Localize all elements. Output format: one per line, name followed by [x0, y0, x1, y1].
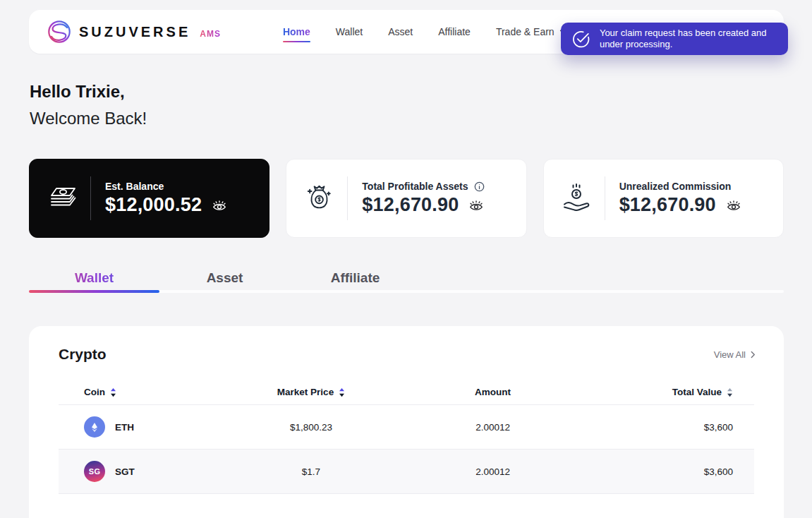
total-value-cell: $3,600: [603, 422, 733, 433]
table-row-eth[interactable]: ETH $1,800.23 2.00012 $3,600: [59, 405, 754, 450]
brand-suffix: AMS: [200, 29, 221, 39]
sgt-coin-icon: SG: [84, 461, 105, 482]
column-label: Coin: [84, 387, 105, 397]
card-divider: [90, 176, 91, 220]
brand-name: SUZUVERSE: [79, 24, 190, 40]
eye-icon[interactable]: [468, 199, 484, 212]
column-label: Total Value: [672, 387, 722, 397]
check-circle-icon: [571, 30, 590, 49]
nav-item-wallet[interactable]: Wallet: [336, 26, 363, 37]
total-value-cell: $3,600: [603, 466, 733, 477]
main-nav: Home Wallet Asset Affiliate Trade & Earn: [283, 26, 567, 37]
card-divider: [605, 176, 605, 220]
market-price-cell: $1.7: [240, 466, 382, 477]
greeting: Hello Trixie, Welcome Back!: [30, 82, 147, 128]
stat-label: Unrealized Commission: [619, 181, 732, 192]
table-row-sgt[interactable]: SG SGT $1.7 2.00012 $3,600: [59, 450, 754, 494]
stat-label: Est. Balance: [105, 181, 164, 192]
crypto-table: Coin Market Price Amount Total Value: [59, 380, 754, 494]
nav-item-asset[interactable]: Asset: [388, 26, 413, 37]
sgt-icon-text: SG: [89, 467, 101, 476]
column-header-total-value[interactable]: Total Value: [603, 387, 733, 397]
nav-item-home[interactable]: Home: [283, 26, 310, 37]
stat-value: $12,000.52: [105, 194, 202, 216]
nav-item-label: Trade & Earn: [496, 26, 555, 37]
nav-item-label: Wallet: [336, 26, 363, 37]
suzuverse-logo-icon: [47, 20, 71, 44]
section-tabs: Wallet Asset Affiliate: [29, 270, 420, 286]
eth-coin-icon: [84, 416, 105, 438]
sort-icon: [110, 387, 116, 397]
chevron-right-icon: [751, 351, 756, 359]
market-price-cell: $1,800.23: [240, 422, 382, 433]
stat-label: Total Profitable Assets: [362, 181, 468, 192]
column-header-amount[interactable]: Amount: [382, 387, 603, 397]
nav-item-label: Asset: [388, 26, 413, 37]
tab-asset[interactable]: Asset: [159, 270, 290, 286]
sort-icon: [727, 387, 733, 397]
toast-message: Your claim request has been created and …: [600, 28, 780, 50]
crypto-title: Crypto: [59, 346, 107, 363]
table-header-row: Coin Market Price Amount Total Value: [59, 380, 754, 405]
column-label: Amount: [475, 387, 511, 397]
greeting-subtitle: Welcome Back!: [30, 109, 147, 128]
eye-icon[interactable]: [212, 199, 227, 212]
nav-item-label: Home: [283, 26, 310, 37]
greeting-title: Hello Trixie,: [30, 82, 147, 102]
hand-coin-icon: [559, 183, 595, 213]
stat-value: $12,670.90: [362, 194, 459, 216]
view-all-button[interactable]: View All: [714, 349, 756, 360]
amount-cell: 2.00012: [382, 422, 603, 433]
money-stack-icon: [45, 187, 80, 210]
nav-item-affiliate[interactable]: Affiliate: [438, 26, 471, 37]
nav-item-trade-and-earn[interactable]: Trade & Earn: [496, 26, 567, 37]
claim-status-toast[interactable]: Your claim request has been created and …: [561, 23, 788, 55]
crypto-header: Crypto View All: [29, 326, 784, 380]
money-bag-icon: [302, 183, 337, 213]
crypto-panel: Crypto View All Coin Market Price: [29, 326, 784, 518]
est-balance-card: Est. Balance $12,000.52: [29, 159, 269, 238]
tab-affiliate[interactable]: Affiliate: [290, 270, 420, 286]
stat-value: $12,670.90: [619, 194, 716, 216]
total-profitable-assets-card: Total Profitable Assets $12,670.90: [286, 159, 526, 238]
coin-symbol: ETH: [115, 422, 134, 433]
column-header-market-price[interactable]: Market Price: [240, 387, 382, 397]
coin-symbol: SGT: [115, 466, 135, 477]
column-header-coin[interactable]: Coin: [84, 387, 240, 397]
sort-icon: [339, 387, 345, 397]
stat-cards: Est. Balance $12,000.52: [29, 159, 784, 238]
view-all-label: View All: [714, 349, 746, 360]
eye-icon[interactable]: [726, 199, 741, 212]
nav-item-label: Affiliate: [438, 26, 471, 37]
amount-cell: 2.00012: [382, 466, 603, 477]
info-icon[interactable]: [474, 181, 485, 192]
card-divider: [347, 176, 348, 220]
tab-wallet[interactable]: Wallet: [29, 270, 159, 286]
column-label: Market Price: [277, 387, 334, 397]
unrealized-commission-card: Unrealized Commission $12,670.90: [543, 159, 784, 238]
brand[interactable]: SUZUVERSE AMS: [47, 20, 221, 44]
active-tab-underline: [29, 290, 159, 293]
